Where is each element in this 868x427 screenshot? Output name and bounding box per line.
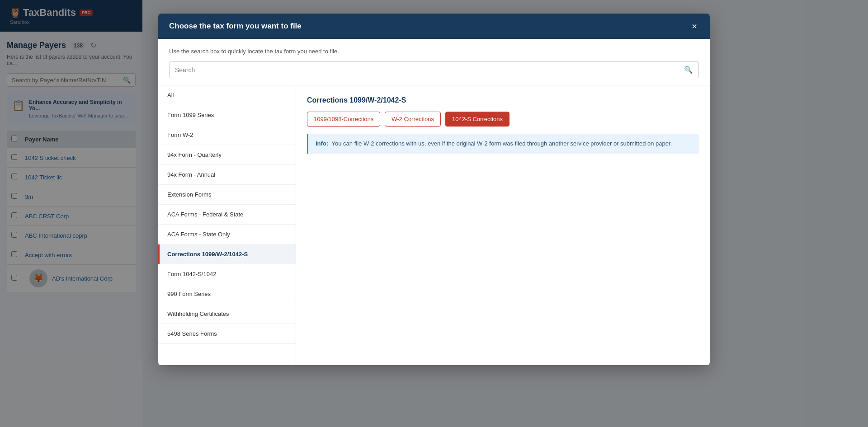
nav-item-aca-state[interactable]: ACA Forms - State Only [158, 225, 296, 244]
modal-title: Choose the tax form you want to file [169, 22, 302, 31]
modal-overlay: Choose the tax form you want to file × U… [0, 0, 868, 427]
modal-search-row[interactable]: 🔍 [169, 61, 699, 78]
modal-search-icon: 🔍 [684, 66, 693, 74]
info-label: Info: [316, 140, 328, 147]
nav-item-all[interactable]: All [158, 85, 296, 105]
nav-item-5498[interactable]: 5498 Series Forms [158, 324, 296, 344]
form-search-input[interactable] [175, 66, 684, 74]
tax-form-modal: Choose the tax form you want to file × U… [158, 14, 710, 365]
correction-button[interactable]: W-2 Corrections [385, 112, 441, 127]
nav-item-corrections[interactable]: Corrections 1099/W-2/1042-S [158, 244, 296, 264]
modal-content-area: AllForm 1099 SeriesForm W-294x Form - Qu… [158, 85, 710, 365]
nav-item-withholding[interactable]: Withholding Certificates [158, 304, 296, 324]
modal-right-content: Corrections 1099/W-2/1042-S 1099/1098-Co… [296, 85, 710, 365]
modal-header: Choose the tax form you want to file × [158, 14, 710, 39]
modal-subtitle: Use the search box to quickly locate the… [169, 48, 699, 55]
correction-buttons: 1099/1098-CorrectionsW-2 Corrections1042… [307, 112, 699, 127]
nav-item-extension[interactable]: Extension Forms [158, 185, 296, 205]
modal-close-button[interactable]: × [690, 22, 699, 31]
info-box: Info: You can file W-2 corrections with … [307, 134, 699, 154]
info-text: You can file W-2 corrections with us, ev… [332, 140, 672, 147]
right-section-title: Corrections 1099/W-2/1042-S [307, 96, 699, 104]
nav-item-94x-annual[interactable]: 94x Form - Annual [158, 165, 296, 185]
modal-body: Use the search box to quickly locate the… [158, 39, 710, 78]
nav-item-94x-quarterly[interactable]: 94x Form - Quarterly [158, 145, 296, 165]
correction-button[interactable]: 1099/1098-Corrections [307, 112, 380, 127]
modal-left-nav: AllForm 1099 SeriesForm W-294x Form - Qu… [158, 85, 296, 365]
nav-item-aca-federal[interactable]: ACA Forms - Federal & State [158, 205, 296, 225]
correction-button[interactable]: 1042-S Corrections [445, 112, 509, 127]
nav-item-formw2[interactable]: Form W-2 [158, 125, 296, 145]
nav-item-form1042[interactable]: Form 1042-S/1042 [158, 264, 296, 284]
nav-item-990[interactable]: 990 Form Series [158, 284, 296, 304]
nav-item-form1099[interactable]: Form 1099 Series [158, 105, 296, 125]
